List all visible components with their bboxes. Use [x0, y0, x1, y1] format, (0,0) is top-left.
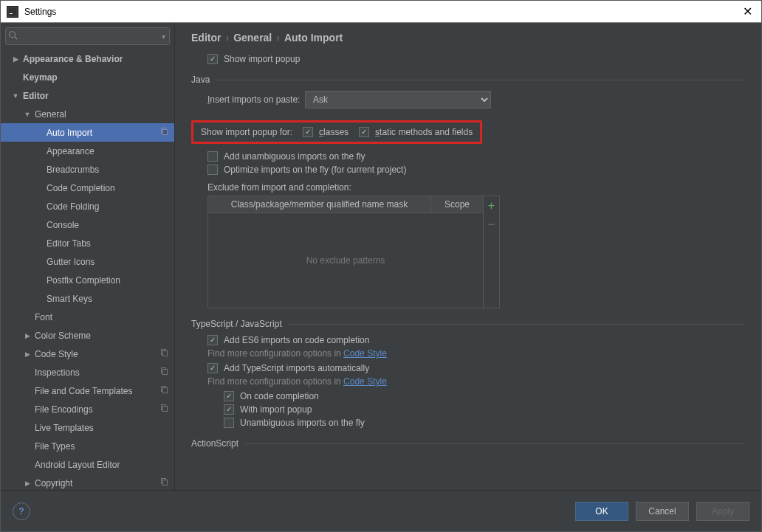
sidebar-item-label: Copyright: [35, 478, 72, 488]
breadcrumb: Editor›General›Auto Import: [175, 23, 761, 51]
sidebar-item-general[interactable]: ▼General: [1, 105, 174, 123]
sidebar-item-smart-keys[interactable]: Smart Keys: [1, 289, 174, 308]
sidebar-item-color-scheme[interactable]: ▶Color Scheme: [1, 326, 174, 345]
sidebar-item-postfix-completion[interactable]: Postfix Completion: [1, 271, 174, 289]
tree-arrow-icon: ▶: [23, 480, 32, 487]
sidebar-item-file-encodings[interactable]: File Encodings: [1, 400, 174, 418]
svg-rect-11: [163, 388, 168, 393]
highlight-box: Show import popup for: classes static me…: [191, 120, 482, 144]
sidebar-item-gutter-icons[interactable]: Gutter Icons: [1, 252, 174, 271]
classes-checkbox[interactable]: [303, 127, 313, 137]
dialog-footer: ? OK Cancel Apply: [1, 490, 761, 531]
titlebar: Settings ✕: [1, 1, 761, 23]
sidebar-item-appearance[interactable]: Appearance: [1, 142, 174, 160]
sidebar-item-android-layout-editor[interactable]: Android Layout Editor: [1, 455, 174, 474]
es6-imports-label: Add ES6 imports on code completion: [224, 335, 369, 345]
sidebar-item-live-templates[interactable]: Live Templates: [1, 418, 174, 437]
tree-arrow-icon: ▶: [23, 350, 32, 358]
sidebar-item-copyright[interactable]: ▶Copyright: [1, 474, 174, 490]
tree-arrow-icon: ▼: [23, 111, 32, 118]
tree-arrow-icon: ▼: [11, 92, 20, 100]
sidebar-item-label: Appearance & Behavior: [23, 54, 123, 64]
sidebar-item-label: File and Code Templates: [35, 386, 133, 396]
with-popup-checkbox[interactable]: [224, 404, 234, 415]
sidebar-item-label: Console: [47, 220, 79, 230]
on-completion-label: On code completion: [240, 391, 319, 401]
tree-arrow-icon: ▶: [23, 332, 32, 339]
sidebar-item-appearance-behavior[interactable]: ▶Appearance & Behavior: [1, 49, 174, 68]
sidebar-item-file-and-code-templates[interactable]: File and Code Templates: [1, 381, 174, 400]
copy-icon: [159, 348, 168, 359]
sidebar-item-label: Appearance: [47, 146, 95, 156]
insert-imports-select[interactable]: Ask: [305, 91, 491, 108]
sidebar-item-label: File Encodings: [35, 404, 93, 415]
show-popup-for-label: Show import popup for:: [201, 127, 292, 137]
sidebar-item-label: Editor: [23, 91, 49, 101]
svg-point-2: [10, 32, 16, 38]
exclude-label: Exclude from import and completion:: [191, 182, 745, 193]
tree-arrow-icon: ▶: [11, 55, 20, 63]
sidebar-item-file-types[interactable]: File Types: [1, 437, 174, 455]
sidebar-item-keymap[interactable]: Keymap: [1, 68, 174, 86]
sidebar-item-auto-import[interactable]: Auto Import: [1, 123, 174, 142]
sidebar-item-breadcrumbs[interactable]: Breadcrumbs: [1, 160, 174, 179]
sidebar-item-editor-tabs[interactable]: Editor Tabs: [1, 234, 174, 252]
code-style-link-1[interactable]: Code Style: [343, 348, 387, 359]
sidebar-item-code-folding[interactable]: Code Folding: [1, 197, 174, 215]
sidebar-item-label: Color Scheme: [35, 331, 91, 341]
svg-rect-7: [163, 351, 168, 356]
sidebar-item-console[interactable]: Console: [1, 215, 174, 234]
svg-rect-13: [163, 407, 168, 412]
settings-tree: ▶Appearance & BehaviorKeymap▼Editor▼Gene…: [1, 48, 174, 490]
sidebar-item-label: Smart Keys: [47, 294, 92, 304]
sidebar-item-font[interactable]: Font: [1, 308, 174, 326]
add-unambiguous-checkbox[interactable]: [207, 151, 218, 162]
sidebar-item-label: Editor Tabs: [47, 238, 91, 249]
ts-auto-checkbox[interactable]: [207, 363, 218, 373]
copy-icon: [159, 477, 168, 488]
search-input[interactable]: [5, 27, 170, 45]
sidebar-item-label: Gutter Icons: [47, 257, 95, 267]
app-icon: [7, 6, 18, 18]
copy-icon: [159, 127, 168, 138]
exclude-th-scope[interactable]: Scope: [431, 196, 483, 213]
sidebar-item-label: Live Templates: [35, 423, 94, 433]
add-exclude-button[interactable]: +: [488, 199, 495, 213]
close-icon[interactable]: ✕: [740, 4, 755, 18]
chevron-down-icon[interactable]: ▾: [162, 32, 165, 41]
sidebar-item-label: General: [35, 109, 66, 120]
copy-icon: [159, 404, 168, 415]
sidebar-item-editor[interactable]: ▼Editor: [1, 86, 174, 105]
show-import-popup-label: Show import popup: [224, 54, 300, 64]
ts-unambiguous-checkbox[interactable]: [224, 418, 234, 428]
sidebar-item-code-completion[interactable]: Code Completion: [1, 179, 174, 197]
svg-rect-1: [10, 13, 13, 14]
add-unambiguous-label: Add unambiguous imports on the fly: [224, 151, 365, 162]
show-import-popup-checkbox[interactable]: [207, 54, 218, 64]
window-title: Settings: [24, 7, 740, 17]
with-popup-label: With import popup: [240, 404, 312, 415]
exclude-empty: No exclude patterns: [208, 213, 483, 308]
copy-icon: [159, 385, 168, 396]
svg-rect-0: [9, 8, 16, 15]
settings-sidebar: ▾ ▶Appearance & BehaviorKeymap▼Editor▼Ge…: [1, 23, 175, 490]
on-completion-checkbox[interactable]: [224, 391, 234, 401]
apply-button[interactable]: Apply: [696, 502, 749, 521]
ts-auto-hint: Find more configuration options in Code …: [207, 376, 745, 387]
cancel-button[interactable]: Cancel: [636, 502, 689, 521]
classes-label: classes: [319, 127, 349, 137]
es6-imports-checkbox[interactable]: [207, 335, 218, 345]
ok-button[interactable]: OK: [575, 502, 628, 521]
code-style-link-2[interactable]: Code Style: [343, 376, 387, 387]
statics-checkbox[interactable]: [359, 127, 369, 137]
ts-unambiguous-label: Unambiguous imports on the fly: [240, 418, 365, 428]
optimize-imports-checkbox[interactable]: [207, 165, 218, 175]
help-button[interactable]: ?: [13, 502, 30, 520]
es6-hint: Find more configuration options in Code …: [207, 348, 745, 359]
sidebar-item-code-style[interactable]: ▶Code Style: [1, 345, 174, 363]
statics-label: static methods and fields: [375, 127, 473, 137]
sidebar-item-inspections[interactable]: Inspections: [1, 363, 174, 381]
sidebar-item-label: Font: [35, 312, 52, 322]
exclude-th-name[interactable]: Class/package/member qualified name mask: [208, 196, 431, 213]
svg-rect-5: [163, 130, 168, 135]
